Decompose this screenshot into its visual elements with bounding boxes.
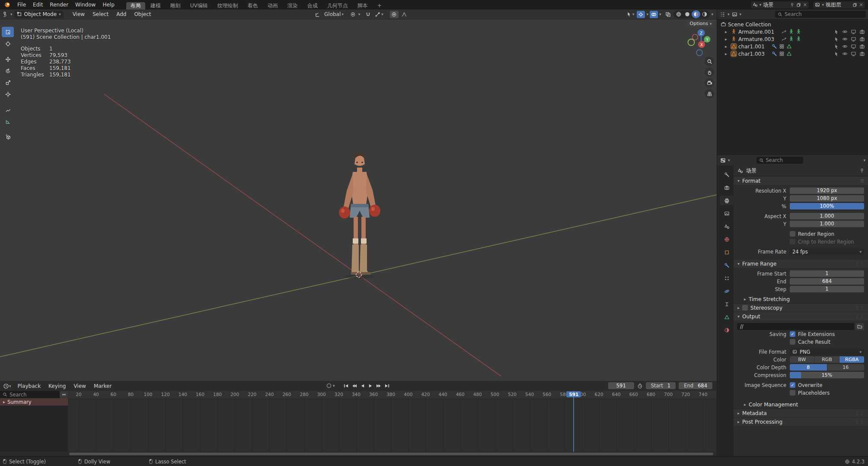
pivot-point-icon[interactable] <box>350 12 356 17</box>
remove-layer-icon[interactable]: × <box>859 2 863 8</box>
timeline-menu-playback[interactable]: Playback <box>14 381 45 391</box>
frame-rate-dropdown[interactable]: 24 fps▾ <box>790 248 864 255</box>
jump-to-end-button[interactable] <box>383 383 391 389</box>
frame-end-field[interactable]: 684 <box>790 278 864 285</box>
end-frame-field[interactable]: End684 <box>679 382 712 389</box>
timeline-ruler[interactable]: 2040608010012014016018020022024026028030… <box>0 391 717 399</box>
menu-help[interactable]: Help <box>99 0 118 10</box>
editor-type-icon[interactable] <box>3 11 9 17</box>
workspace-tab[interactable]: 建模 <box>146 2 165 10</box>
play-reverse-button[interactable] <box>359 383 366 389</box>
pan-hand-button[interactable] <box>705 67 714 77</box>
file-extensions-checkbox[interactable] <box>790 331 795 337</box>
outliner-item[interactable]: ▸ char1.001 <box>717 43 868 50</box>
hide-eye-icon[interactable] <box>842 44 848 49</box>
panel-stereoscopy[interactable]: ▸Stereoscopy⋮⋮ <box>734 303 868 312</box>
panel-post-processing[interactable]: ▸Post Processing⋮⋮ <box>734 417 868 426</box>
tool-box-select[interactable] <box>2 27 14 37</box>
properties-tab-view-layer[interactable] <box>720 209 734 218</box>
hide-eye-icon[interactable] <box>842 36 848 42</box>
timeline-scrollbar[interactable] <box>69 453 713 455</box>
timeline-channel-area[interactable]: ▸ Summary <box>0 398 717 452</box>
breadcrumb-scene[interactable]: 场景 <box>746 167 756 174</box>
resolution-x-field[interactable]: 1920 px <box>790 187 864 194</box>
overlays-dropdown[interactable]: ▾ <box>659 12 661 16</box>
folder-browse-button[interactable] <box>855 323 864 330</box>
auto-keying-toggle[interactable]: ▾ <box>326 383 335 389</box>
panel-frame-range[interactable]: ▾Frame Range⋮⋮ <box>734 259 868 268</box>
navigation-gizmo[interactable]: Z Y X <box>686 27 717 58</box>
outliner-item[interactable]: ▸ char1.003 <box>717 50 868 57</box>
new-scene-icon[interactable] <box>796 3 801 7</box>
filter-toggle-icon[interactable]: ↔ <box>60 391 68 398</box>
cache-result-checkbox[interactable] <box>790 339 795 345</box>
viewport-menu-add[interactable]: Add <box>112 10 130 19</box>
shading-material-preview[interactable] <box>692 10 700 18</box>
proportional-editing-icon[interactable] <box>390 11 399 18</box>
menu-file[interactable]: File <box>14 0 29 10</box>
disable-render-icon[interactable] <box>859 44 865 49</box>
menu-render[interactable]: Render <box>46 0 72 10</box>
compression-slider[interactable]: 15% <box>790 372 864 378</box>
properties-tab-material[interactable] <box>720 325 734 335</box>
output-path-input[interactable]: // <box>737 323 854 330</box>
camera-view-button[interactable] <box>705 78 714 88</box>
disable-render-icon[interactable] <box>859 51 865 57</box>
disable-viewport-icon[interactable] <box>851 36 856 42</box>
tool-cursor[interactable] <box>2 38 14 49</box>
shading-solid[interactable] <box>683 10 692 18</box>
workspace-tab[interactable]: 动画 <box>263 2 282 10</box>
mode-dropdown[interactable]: Object Mode ▾ <box>14 11 64 18</box>
snap-magnet-icon[interactable] <box>365 12 371 17</box>
gizmos-toggle[interactable] <box>637 11 645 18</box>
workspace-tab[interactable]: 着色 <box>243 2 262 10</box>
properties-tab-modifiers[interactable] <box>720 260 734 270</box>
properties-tab-physics[interactable] <box>720 286 734 296</box>
selectable-icon[interactable] <box>834 36 839 42</box>
selectable-icon[interactable] <box>834 44 839 49</box>
workspace-tab[interactable]: 纹理绘制 <box>213 2 243 10</box>
disable-render-icon[interactable] <box>859 29 865 35</box>
disable-viewport-icon[interactable] <box>851 51 856 57</box>
playhead-line[interactable] <box>573 391 574 452</box>
start-frame-field[interactable]: Start1 <box>646 382 676 389</box>
timeline-menu-view[interactable]: View <box>70 381 89 391</box>
menu-window[interactable]: Window <box>72 0 99 10</box>
delete-scene-icon[interactable]: × <box>803 2 807 8</box>
overlays-toggle[interactable] <box>650 11 658 18</box>
placeholders-checkbox[interactable] <box>790 390 795 396</box>
timeline-search[interactable]: Search <box>0 391 60 398</box>
tool-move[interactable] <box>2 54 14 64</box>
workspace-tab[interactable]: 渲染 <box>283 2 302 10</box>
outliner-item[interactable]: ▸ Armature.001 <box>717 28 868 35</box>
expand-icon[interactable]: ▸ <box>725 44 729 49</box>
play-button[interactable] <box>367 383 374 389</box>
pin-icon[interactable] <box>859 168 865 173</box>
menu-edit[interactable]: Edit <box>29 0 46 10</box>
timeline-editor-icon[interactable] <box>3 383 9 389</box>
resolution-scale-slider[interactable]: 100% <box>790 203 864 209</box>
panel-format[interactable]: ▾Format☰ <box>734 176 868 185</box>
timeline-menu-keying[interactable]: Keying <box>45 381 70 391</box>
properties-tab-scene[interactable] <box>720 222 734 231</box>
depth-option-16[interactable]: 16 <box>827 364 865 371</box>
shading-dropdown[interactable]: ▾ <box>711 12 713 16</box>
orientation-dropdown[interactable]: Global▾ <box>323 11 345 18</box>
properties-search[interactable]: Search <box>756 157 803 164</box>
properties-tab-render[interactable] <box>720 183 734 192</box>
color-option-rgb[interactable]: RGB <box>815 356 839 363</box>
frame-step-field[interactable]: 1 <box>790 286 864 292</box>
file-format-dropdown[interactable]: PNG▾ <box>790 349 864 355</box>
properties-tab-particles[interactable] <box>720 273 734 283</box>
color-option-bw[interactable]: BW <box>790 356 814 363</box>
resolution-y-field[interactable]: 1080 px <box>790 195 864 202</box>
viewport-menu-select[interactable]: Select <box>89 10 112 19</box>
panel-output[interactable]: ▾Output⋮⋮ <box>734 312 868 320</box>
new-layer-icon[interactable] <box>852 3 857 7</box>
expand-icon[interactable]: ▸ <box>725 29 729 34</box>
properties-tab-object[interactable] <box>720 247 734 257</box>
gizmos-dropdown[interactable]: ▾ <box>646 12 648 16</box>
tool-scale[interactable] <box>2 77 14 88</box>
workspace-tab[interactable]: 脚本 <box>353 2 372 10</box>
scene-selector[interactable]: ▾ 场景 × <box>750 1 810 9</box>
